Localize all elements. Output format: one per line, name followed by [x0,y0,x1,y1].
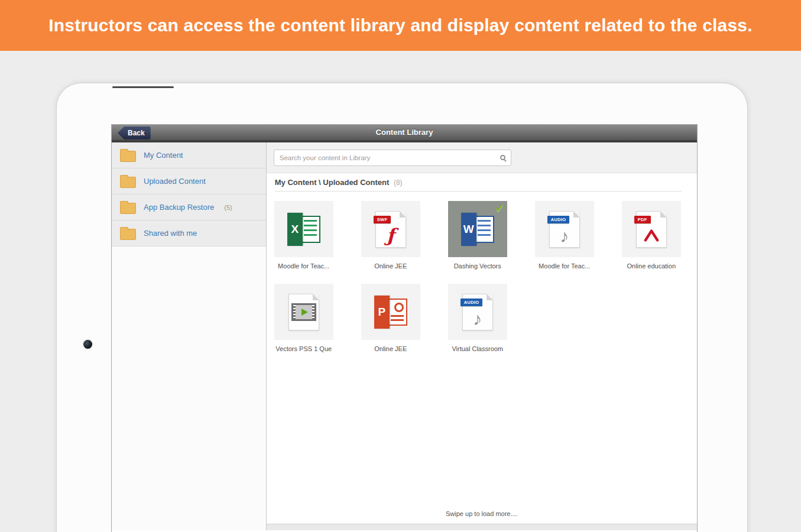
folder-icon [120,203,136,214]
promo-banner: Instructors can access the content libra… [0,0,801,51]
file-tile[interactable]: ✓ SWFƒ [361,201,420,257]
search-strip [267,142,697,173]
file-label: Online JEE [352,345,429,352]
sidebar-item-label: Shared with me [144,229,197,238]
flash-file-icon: SWFƒ [375,211,406,248]
grid-cell: ✓ X Moodle for Teac... [274,201,361,270]
tablet-speaker-slot [112,86,174,88]
grid-cell: ✓ SWFƒ Online JEE [361,201,448,270]
file-tile[interactable]: ✓ AUDIO♪ [448,284,507,340]
footer-bar: Add to Class Cancel [267,524,697,530]
file-label: Vectors PSS 1 Que [267,345,342,352]
divider [275,191,682,192]
file-tile[interactable]: ✓ AUDIO♪ [535,201,594,257]
file-label: Online education [613,262,690,270]
grid-cell: ✓ AUDIO♪ Virtual Classroom [448,284,535,352]
back-button[interactable]: Back [118,126,151,140]
tablet-camera-icon [83,340,92,349]
search-box [274,150,511,166]
load-more-text: Swipe up to load more.... [267,510,697,517]
file-label: Moodle for Teac... [526,262,603,270]
main-panel: My Content \ Uploaded Content (8) ✓ X [267,142,697,530]
sidebar-folder-item[interactable]: Uploaded Content [112,168,266,194]
grid-cell: ✓ Vectors PSS 1 Que [274,284,361,352]
sidebar-folder-item[interactable]: My Content [112,142,266,168]
folder-icon [120,229,136,240]
audio-file-icon: AUDIO♪ [549,211,580,248]
file-tile[interactable]: ✓ W [448,201,507,257]
excel-file-icon: X [287,213,320,246]
file-tile[interactable]: ✓ P [361,284,420,340]
ppt-file-icon: P [374,296,407,329]
file-label: Moodle for Teac... [267,262,342,270]
app-header: Back Content Library [112,125,697,142]
sidebar-item-label: My Content [144,151,183,160]
content-area: My Content \ Uploaded Content (8) ✓ X [267,173,697,352]
sidebar-item-count: (5) [224,204,232,211]
pdf-file-icon: PDF [636,211,667,248]
search-input[interactable] [280,154,500,161]
file-label: Virtual Classroom [439,345,516,352]
sidebar-item-label: Uploaded Content [144,177,206,186]
back-button-label: Back [128,129,145,137]
file-tile[interactable]: ✓ X [274,201,333,257]
sidebar-folder-item[interactable]: App Backup Restore (5) [112,194,266,220]
file-label: Online JEE [352,262,429,270]
video-file-icon [288,294,319,330]
breadcrumb-path: My Content \ Uploaded Content [275,178,390,187]
grid-cell: ✓ AUDIO♪ Moodle for Teac... [535,201,622,270]
breadcrumb-count: (8) [394,179,403,187]
sidebar-item-label: App Backup Restore [144,203,214,212]
breadcrumb: My Content \ Uploaded Content (8) [275,178,689,187]
grid-cell: ✓ PDF Online education [622,201,697,270]
file-tile[interactable]: ✓ PDF [622,201,681,257]
audio-file-icon: AUDIO♪ [462,294,493,330]
grid-cell: ✓ P Online JEE [361,284,448,352]
promo-banner-text: Instructors can access the content libra… [48,15,753,35]
sidebar-folder-item[interactable]: Shared with me [112,220,266,246]
file-tile[interactable]: ✓ [274,284,333,340]
sidebar: My Content Uploaded Content App Backup R… [112,142,267,530]
word-file-icon: W [461,213,494,246]
file-label: Dashing Vectors [439,262,516,270]
content-grid: ✓ X Moodle for Teac... ✓ SWFƒ [274,201,697,352]
app-body: My Content Uploaded Content App Backup R… [112,142,697,530]
search-icon[interactable] [500,155,505,160]
grid-cell: ✓ W Dashing Vectors [448,201,535,270]
folder-icon [120,177,136,188]
folder-icon [120,151,136,162]
selected-check-icon: ✓ [495,202,505,215]
app-screen: Back Content Library My Content Uploaded… [111,124,698,532]
page-title: Content Library [112,125,697,140]
